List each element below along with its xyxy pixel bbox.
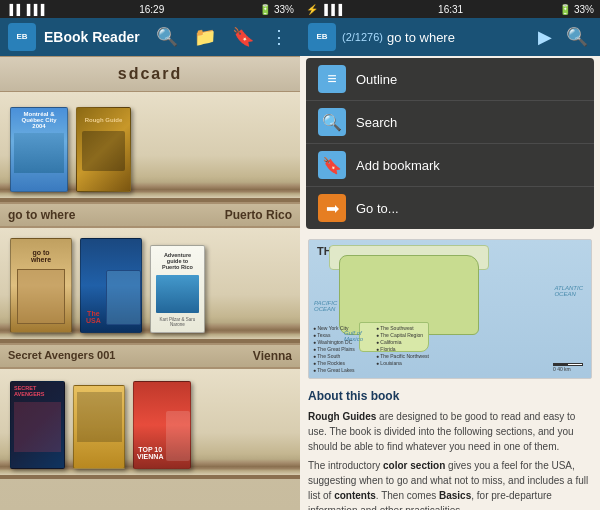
- about-para-1: Rough Guides are designed to be good to …: [308, 409, 592, 454]
- usa-map: THE USA ATLANTICOCEAN PACIFICOCEAN Gulf …: [308, 239, 592, 379]
- page-indicator: (2/1276): [342, 31, 383, 43]
- atlantic-label: ATLANTICOCEAN: [554, 285, 583, 297]
- legend-pacific-nw: ● The Pacific Northwest: [376, 353, 429, 360]
- shelf-label-gotowhere: go to where: [0, 203, 150, 227]
- outline-icon: ≡: [318, 65, 346, 93]
- legend-dc: ● Washington DC: [313, 339, 366, 346]
- right-app-logo: EB: [308, 23, 336, 51]
- pacific-label: PACIFICOCEAN: [314, 300, 337, 312]
- shelf-row-1: Montréal &Québec City2004 Rough Guide: [0, 92, 300, 202]
- shelf-row-2: go towhere The USA Adventure guide toPue…: [0, 228, 300, 343]
- menu-label-outline: Outline: [356, 72, 397, 87]
- folder-icon[interactable]: 📁: [190, 24, 220, 50]
- book-puertorico[interactable]: Adventure guide toPuerto Rico Kart Pilza…: [150, 245, 205, 333]
- book-avengers[interactable]: SECRETAVENGERS: [10, 381, 65, 469]
- legend-south: ● The South: [313, 353, 366, 360]
- wifi-icon: ▐▐: [6, 4, 20, 15]
- menu-label-goto: Go to...: [356, 201, 399, 216]
- right-panel: ⚡ ▐▐▐ 16:31 🔋 33% EB (2/1276) go to wher…: [300, 0, 600, 510]
- shelf-section: sdcard Montréal &Québec City2004 Rough G…: [0, 56, 300, 510]
- menu-item-search[interactable]: 🔍 Search: [306, 101, 594, 144]
- bookmark-menu-icon: 🔖: [318, 151, 346, 179]
- dropdown-menu: ≡ Outline 🔍 Search 🔖 Add bookmark ➡ Go t…: [306, 58, 594, 229]
- right-header-icons: ▶ 🔍: [534, 24, 592, 50]
- left-status-bar: ▐▐ ▐▐▐ 16:29 🔋 33%: [0, 0, 300, 18]
- book-extra1[interactable]: Rough Guide: [76, 107, 131, 192]
- legend-nyc: ● New York City: [313, 325, 366, 332]
- shelf-row-3: SECRETAVENGERS TOP 10VIENNA: [0, 369, 300, 479]
- right-battery-icon: 🔋: [559, 4, 571, 15]
- menu-label-bookmark: Add bookmark: [356, 158, 440, 173]
- battery-icon: 🔋: [259, 4, 271, 15]
- legend-southwest: ● The Southwest: [376, 325, 429, 332]
- about-para-2: The introductory color section gives you…: [308, 458, 592, 510]
- play-icon[interactable]: ▶: [534, 24, 556, 50]
- legend-florida: ● Florida: [376, 346, 429, 353]
- legend-greatlakes: ● The Great Lakes: [313, 367, 366, 374]
- right-signal-icon: ▐▐▐: [321, 4, 342, 15]
- legend-louisiana: ● Louisiana: [376, 360, 429, 367]
- map-scale: 0 40 km: [553, 363, 583, 372]
- legend-rockies: ● The Rockies: [313, 360, 366, 367]
- left-app-title: EBook Reader: [44, 29, 144, 45]
- right-header-title: go to where: [387, 30, 455, 45]
- bookmark-icon[interactable]: 🔖: [228, 24, 258, 50]
- legend-plains: ● The Great Plains: [313, 346, 366, 353]
- search-icon[interactable]: 🔍: [152, 24, 182, 50]
- left-app-logo: EB: [8, 23, 36, 51]
- book-montreal[interactable]: Montréal &Québec City2004: [10, 107, 68, 192]
- shelf-label-avengers: Secret Avengers 001: [0, 344, 150, 368]
- right-battery-pct: 33%: [574, 4, 594, 15]
- left-battery-pct: 33%: [274, 4, 294, 15]
- left-status-icons: ▐▐ ▐▐▐: [6, 4, 44, 15]
- settings-icon[interactable]: ⋮: [266, 24, 292, 50]
- signal-icon: ▐▐▐: [23, 4, 44, 15]
- book-vienna[interactable]: TOP 10VIENNA: [133, 381, 191, 469]
- left-battery-area: 🔋 33%: [259, 4, 294, 15]
- search-menu-icon: 🔍: [318, 108, 346, 136]
- legend-california: ● California: [376, 339, 429, 346]
- right-time: 16:31: [438, 4, 463, 15]
- map-legend: ● New York City ● Texas ● Washington DC …: [313, 325, 429, 374]
- menu-item-outline[interactable]: ≡ Outline: [306, 58, 594, 101]
- left-app-header: EB EBook Reader 🔍 📁 🔖 ⋮: [0, 18, 300, 56]
- shelf-label-sdcard: sdcard: [0, 56, 300, 92]
- book-usa[interactable]: The USA: [80, 238, 142, 333]
- right-status-bar: ⚡ ▐▐▐ 16:31 🔋 33%: [300, 0, 600, 18]
- right-battery-area: 🔋 33%: [559, 4, 594, 15]
- left-time: 16:29: [139, 4, 164, 15]
- book-goto[interactable]: go towhere: [10, 238, 72, 333]
- left-panel: ▐▐ ▐▐▐ 16:29 🔋 33% EB EBook Reader 🔍 📁 🔖…: [0, 0, 300, 510]
- right-status-icons: ⚡ ▐▐▐: [306, 4, 342, 15]
- goto-menu-icon: ➡: [318, 194, 346, 222]
- about-section: About this book Rough Guides are designe…: [308, 387, 592, 510]
- menu-label-search: Search: [356, 115, 397, 130]
- right-title-area: (2/1276) go to where: [342, 30, 528, 45]
- shelf-label-puertorico: Puerto Rico: [150, 203, 300, 227]
- menu-item-goto[interactable]: ➡ Go to...: [306, 187, 594, 229]
- right-search-icon[interactable]: 🔍: [562, 24, 592, 50]
- right-app-header: EB (2/1276) go to where ▶ 🔍: [300, 18, 600, 56]
- menu-item-bookmark[interactable]: 🔖 Add bookmark: [306, 144, 594, 187]
- book-misc1[interactable]: [73, 385, 125, 469]
- about-title: About this book: [308, 387, 592, 405]
- book-content-area: THE USA ATLANTICOCEAN PACIFICOCEAN Gulf …: [300, 231, 600, 510]
- right-usb-icon: ⚡: [306, 4, 318, 15]
- shelf-label-vienna: Vienna: [150, 344, 300, 368]
- legend-capital: ● The Capital Region: [376, 332, 429, 339]
- legend-texas: ● Texas: [313, 332, 366, 339]
